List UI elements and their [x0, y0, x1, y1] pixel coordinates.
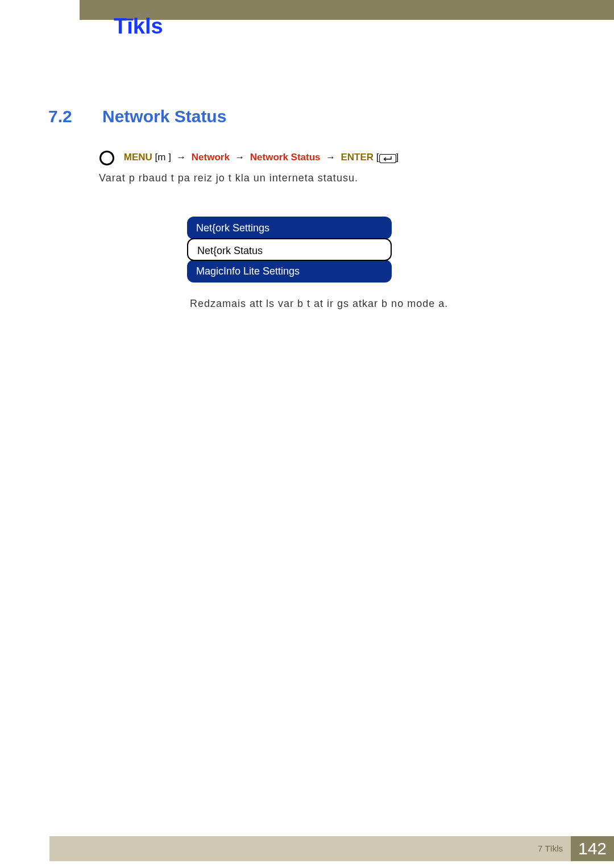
footer-bar: 7 Tīkls [49, 836, 614, 861]
chapter-title: Tīkls [114, 14, 163, 39]
menu-item-network-settings[interactable]: Net{ork Settings [187, 217, 392, 239]
section-number: 7.2 [48, 107, 72, 126]
page-number: 142 [571, 836, 614, 861]
section-description: Varat p rbaud t pa reiz jo t kla un inte… [99, 172, 358, 184]
footer-chapter-label: 7 Tīkls [538, 836, 563, 861]
osd-menu: Net{ork Settings Net{ork Status MagicInf… [187, 217, 392, 281]
enter-icon [379, 152, 396, 164]
menu-item-magicinfo[interactable]: MagicInfo Lite Settings [187, 260, 392, 283]
svg-rect-0 [379, 154, 396, 163]
arrow-icon: → [323, 152, 341, 163]
nav-close-bracket: ] [168, 152, 171, 163]
nav-enter-label: ENTER [341, 152, 374, 163]
section-title: Network Status [102, 107, 226, 126]
nav-close-bracket: ] [396, 152, 399, 163]
nav-m-glyph: m [157, 152, 165, 163]
nav-network-status: Network Status [250, 152, 321, 163]
image-note: Redzamais att ls var b t at ir gs atkar … [190, 298, 448, 310]
header-bar [0, 0, 614, 20]
nav-network: Network [192, 152, 230, 163]
header-tab [0, 0, 80, 30]
arrow-icon: → [174, 152, 192, 163]
nav-path: MENU [m ] → Network → Network Status → E… [99, 151, 569, 165]
bullet-icon [99, 151, 114, 165]
arrow-icon: → [233, 152, 250, 163]
nav-menu-label: MENU [124, 152, 152, 163]
menu-item-network-status[interactable]: Net{ork Status [187, 238, 392, 261]
